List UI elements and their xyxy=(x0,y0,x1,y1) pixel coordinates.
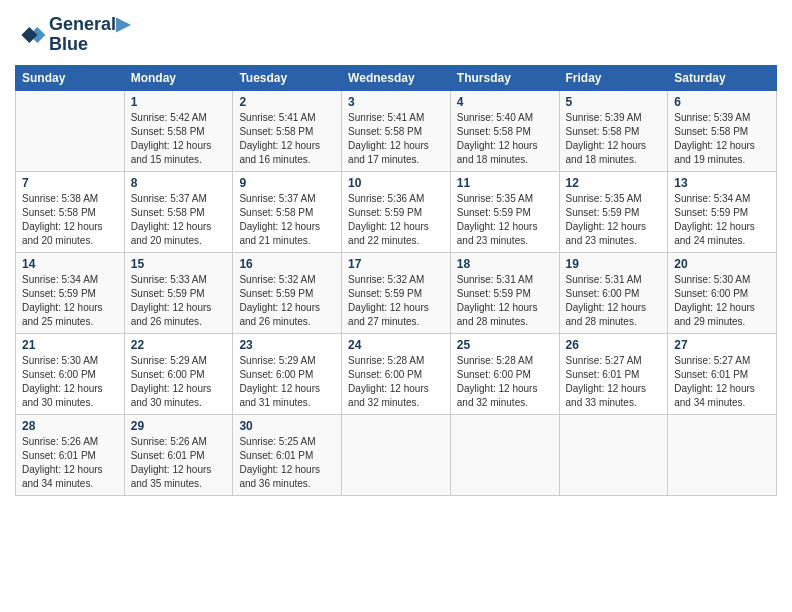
day-number: 4 xyxy=(457,95,553,109)
day-number: 5 xyxy=(566,95,662,109)
calendar-cell: 17Sunrise: 5:32 AM Sunset: 5:59 PM Dayli… xyxy=(342,252,451,333)
day-number: 18 xyxy=(457,257,553,271)
calendar-cell: 30Sunrise: 5:25 AM Sunset: 6:01 PM Dayli… xyxy=(233,414,342,495)
day-info: Sunrise: 5:37 AM Sunset: 5:58 PM Dayligh… xyxy=(239,192,335,248)
day-info: Sunrise: 5:33 AM Sunset: 5:59 PM Dayligh… xyxy=(131,273,227,329)
day-number: 16 xyxy=(239,257,335,271)
day-header-monday: Monday xyxy=(124,65,233,90)
day-info: Sunrise: 5:27 AM Sunset: 6:01 PM Dayligh… xyxy=(674,354,770,410)
day-header-friday: Friday xyxy=(559,65,668,90)
calendar-cell: 10Sunrise: 5:36 AM Sunset: 5:59 PM Dayli… xyxy=(342,171,451,252)
day-header-sunday: Sunday xyxy=(16,65,125,90)
day-info: Sunrise: 5:34 AM Sunset: 5:59 PM Dayligh… xyxy=(674,192,770,248)
calendar-week-row: 28Sunrise: 5:26 AM Sunset: 6:01 PM Dayli… xyxy=(16,414,777,495)
day-number: 2 xyxy=(239,95,335,109)
day-number: 20 xyxy=(674,257,770,271)
day-number: 30 xyxy=(239,419,335,433)
day-number: 15 xyxy=(131,257,227,271)
calendar-week-row: 1Sunrise: 5:42 AM Sunset: 5:58 PM Daylig… xyxy=(16,90,777,171)
day-info: Sunrise: 5:32 AM Sunset: 5:59 PM Dayligh… xyxy=(239,273,335,329)
day-info: Sunrise: 5:32 AM Sunset: 5:59 PM Dayligh… xyxy=(348,273,444,329)
day-info: Sunrise: 5:31 AM Sunset: 5:59 PM Dayligh… xyxy=(457,273,553,329)
calendar-cell: 22Sunrise: 5:29 AM Sunset: 6:00 PM Dayli… xyxy=(124,333,233,414)
calendar-header-row: SundayMondayTuesdayWednesdayThursdayFrid… xyxy=(16,65,777,90)
calendar-cell: 14Sunrise: 5:34 AM Sunset: 5:59 PM Dayli… xyxy=(16,252,125,333)
day-info: Sunrise: 5:36 AM Sunset: 5:59 PM Dayligh… xyxy=(348,192,444,248)
calendar-cell xyxy=(450,414,559,495)
calendar-cell: 26Sunrise: 5:27 AM Sunset: 6:01 PM Dayli… xyxy=(559,333,668,414)
calendar-cell: 4Sunrise: 5:40 AM Sunset: 5:58 PM Daylig… xyxy=(450,90,559,171)
day-info: Sunrise: 5:37 AM Sunset: 5:58 PM Dayligh… xyxy=(131,192,227,248)
day-info: Sunrise: 5:29 AM Sunset: 6:00 PM Dayligh… xyxy=(131,354,227,410)
calendar-cell: 2Sunrise: 5:41 AM Sunset: 5:58 PM Daylig… xyxy=(233,90,342,171)
day-header-tuesday: Tuesday xyxy=(233,65,342,90)
calendar-cell: 25Sunrise: 5:28 AM Sunset: 6:00 PM Dayli… xyxy=(450,333,559,414)
calendar-cell: 7Sunrise: 5:38 AM Sunset: 5:58 PM Daylig… xyxy=(16,171,125,252)
calendar-cell: 3Sunrise: 5:41 AM Sunset: 5:58 PM Daylig… xyxy=(342,90,451,171)
day-number: 3 xyxy=(348,95,444,109)
calendar-cell: 13Sunrise: 5:34 AM Sunset: 5:59 PM Dayli… xyxy=(668,171,777,252)
calendar-cell: 6Sunrise: 5:39 AM Sunset: 5:58 PM Daylig… xyxy=(668,90,777,171)
day-number: 7 xyxy=(22,176,118,190)
day-number: 1 xyxy=(131,95,227,109)
day-number: 26 xyxy=(566,338,662,352)
day-number: 22 xyxy=(131,338,227,352)
day-number: 12 xyxy=(566,176,662,190)
day-info: Sunrise: 5:28 AM Sunset: 6:00 PM Dayligh… xyxy=(348,354,444,410)
day-info: Sunrise: 5:35 AM Sunset: 5:59 PM Dayligh… xyxy=(566,192,662,248)
calendar-cell xyxy=(16,90,125,171)
day-info: Sunrise: 5:38 AM Sunset: 5:58 PM Dayligh… xyxy=(22,192,118,248)
calendar-cell: 21Sunrise: 5:30 AM Sunset: 6:00 PM Dayli… xyxy=(16,333,125,414)
calendar-week-row: 21Sunrise: 5:30 AM Sunset: 6:00 PM Dayli… xyxy=(16,333,777,414)
calendar-cell: 9Sunrise: 5:37 AM Sunset: 5:58 PM Daylig… xyxy=(233,171,342,252)
day-header-saturday: Saturday xyxy=(668,65,777,90)
calendar-cell: 27Sunrise: 5:27 AM Sunset: 6:01 PM Dayli… xyxy=(668,333,777,414)
day-header-thursday: Thursday xyxy=(450,65,559,90)
calendar-cell: 18Sunrise: 5:31 AM Sunset: 5:59 PM Dayli… xyxy=(450,252,559,333)
day-number: 28 xyxy=(22,419,118,433)
day-info: Sunrise: 5:28 AM Sunset: 6:00 PM Dayligh… xyxy=(457,354,553,410)
day-number: 19 xyxy=(566,257,662,271)
day-info: Sunrise: 5:25 AM Sunset: 6:01 PM Dayligh… xyxy=(239,435,335,491)
calendar-body: 1Sunrise: 5:42 AM Sunset: 5:58 PM Daylig… xyxy=(16,90,777,495)
calendar-cell: 15Sunrise: 5:33 AM Sunset: 5:59 PM Dayli… xyxy=(124,252,233,333)
day-info: Sunrise: 5:30 AM Sunset: 6:00 PM Dayligh… xyxy=(674,273,770,329)
day-info: Sunrise: 5:27 AM Sunset: 6:01 PM Dayligh… xyxy=(566,354,662,410)
calendar-cell: 29Sunrise: 5:26 AM Sunset: 6:01 PM Dayli… xyxy=(124,414,233,495)
calendar-cell xyxy=(559,414,668,495)
calendar-cell xyxy=(668,414,777,495)
day-number: 11 xyxy=(457,176,553,190)
day-info: Sunrise: 5:39 AM Sunset: 5:58 PM Dayligh… xyxy=(674,111,770,167)
calendar-cell: 8Sunrise: 5:37 AM Sunset: 5:58 PM Daylig… xyxy=(124,171,233,252)
calendar-cell: 28Sunrise: 5:26 AM Sunset: 6:01 PM Dayli… xyxy=(16,414,125,495)
page-header: General▶ Blue xyxy=(15,15,777,55)
day-info: Sunrise: 5:42 AM Sunset: 5:58 PM Dayligh… xyxy=(131,111,227,167)
day-info: Sunrise: 5:40 AM Sunset: 5:58 PM Dayligh… xyxy=(457,111,553,167)
day-number: 14 xyxy=(22,257,118,271)
calendar-cell: 19Sunrise: 5:31 AM Sunset: 6:00 PM Dayli… xyxy=(559,252,668,333)
logo-icon xyxy=(15,19,47,51)
calendar-cell: 12Sunrise: 5:35 AM Sunset: 5:59 PM Dayli… xyxy=(559,171,668,252)
calendar-cell xyxy=(342,414,451,495)
calendar-week-row: 7Sunrise: 5:38 AM Sunset: 5:58 PM Daylig… xyxy=(16,171,777,252)
day-number: 9 xyxy=(239,176,335,190)
day-number: 8 xyxy=(131,176,227,190)
day-number: 21 xyxy=(22,338,118,352)
day-number: 17 xyxy=(348,257,444,271)
calendar-cell: 5Sunrise: 5:39 AM Sunset: 5:58 PM Daylig… xyxy=(559,90,668,171)
day-info: Sunrise: 5:41 AM Sunset: 5:58 PM Dayligh… xyxy=(348,111,444,167)
day-info: Sunrise: 5:26 AM Sunset: 6:01 PM Dayligh… xyxy=(131,435,227,491)
calendar-cell: 16Sunrise: 5:32 AM Sunset: 5:59 PM Dayli… xyxy=(233,252,342,333)
day-info: Sunrise: 5:30 AM Sunset: 6:00 PM Dayligh… xyxy=(22,354,118,410)
day-info: Sunrise: 5:35 AM Sunset: 5:59 PM Dayligh… xyxy=(457,192,553,248)
logo-text: General▶ Blue xyxy=(49,15,130,55)
day-number: 23 xyxy=(239,338,335,352)
day-info: Sunrise: 5:39 AM Sunset: 5:58 PM Dayligh… xyxy=(566,111,662,167)
calendar-cell: 1Sunrise: 5:42 AM Sunset: 5:58 PM Daylig… xyxy=(124,90,233,171)
day-number: 13 xyxy=(674,176,770,190)
day-number: 25 xyxy=(457,338,553,352)
day-info: Sunrise: 5:34 AM Sunset: 5:59 PM Dayligh… xyxy=(22,273,118,329)
day-number: 27 xyxy=(674,338,770,352)
calendar-cell: 24Sunrise: 5:28 AM Sunset: 6:00 PM Dayli… xyxy=(342,333,451,414)
day-info: Sunrise: 5:26 AM Sunset: 6:01 PM Dayligh… xyxy=(22,435,118,491)
